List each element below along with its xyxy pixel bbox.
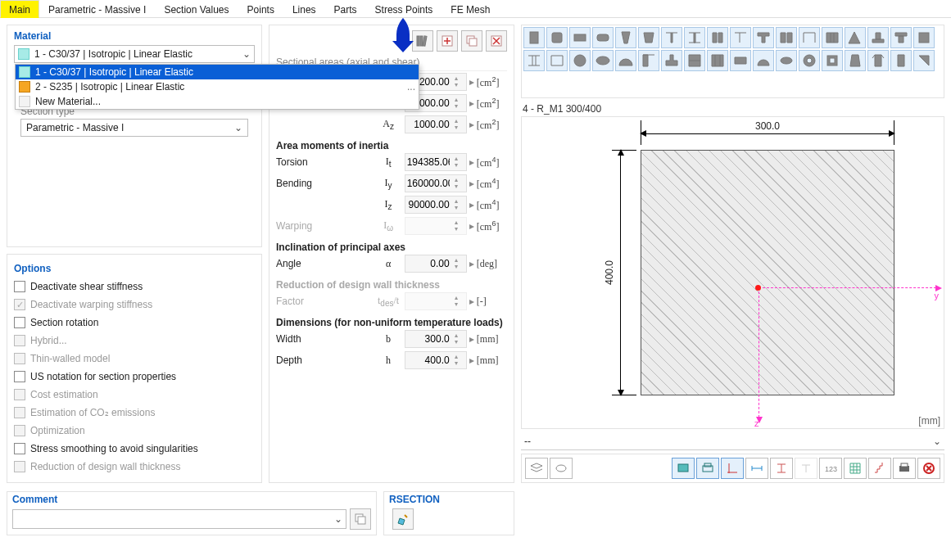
- shape-button-5[interactable]: [615, 27, 636, 48]
- tool-grid-icon[interactable]: [844, 458, 867, 479]
- svg-rect-8: [552, 33, 562, 43]
- shape-button-13[interactable]: [799, 27, 820, 48]
- svg-rect-17: [830, 58, 835, 63]
- shape-button-7[interactable]: [661, 27, 682, 48]
- tool-display-icon[interactable]: [672, 458, 695, 479]
- tool-print-icon[interactable]: [696, 458, 719, 479]
- viewport-unit: [mm]: [918, 415, 940, 427]
- axis-y-label: y: [935, 291, 940, 300]
- tab-parts[interactable]: Parts: [325, 0, 366, 18]
- shape-button-20[interactable]: [546, 50, 568, 71]
- shape-button-22[interactable]: [592, 50, 614, 71]
- library-icon[interactable]: [412, 30, 433, 52]
- shape-button-12[interactable]: [776, 27, 797, 48]
- material-option-2[interactable]: 2 - S235 | Isotropic | Linear Elastic ..…: [16, 79, 419, 94]
- shape-button-32[interactable]: [822, 50, 843, 71]
- shape-button-18[interactable]: [913, 27, 935, 48]
- incl-title: Inclination of principal axes: [276, 242, 507, 253]
- shape-button-35[interactable]: [890, 50, 912, 71]
- svg-rect-27: [358, 517, 365, 524]
- section-type-select[interactable]: Parametric - Massive I ⌄: [20, 119, 248, 137]
- copy-icon[interactable]: [461, 30, 482, 52]
- tab-stress-points[interactable]: Stress Points: [366, 0, 442, 18]
- tool-close-icon[interactable]: [917, 458, 940, 479]
- shape-button-15[interactable]: [845, 27, 866, 48]
- tab-main[interactable]: Main: [0, 0, 39, 18]
- tab-points[interactable]: Points: [238, 0, 283, 18]
- opt-cost: Cost estimation: [14, 386, 255, 404]
- shape-button-11[interactable]: [753, 27, 774, 48]
- opt-rotation[interactable]: Section rotation: [14, 314, 255, 332]
- tab-lines[interactable]: Lines: [283, 0, 325, 18]
- shape-button-14[interactable]: [822, 27, 843, 48]
- input-h[interactable]: [405, 355, 451, 366]
- shape-button-36[interactable]: [913, 50, 935, 71]
- svg-rect-19: [678, 464, 688, 472]
- shape-button-33[interactable]: [845, 50, 866, 71]
- tab-section-values[interactable]: Section Values: [155, 0, 238, 18]
- tool-dim-icon[interactable]: [745, 458, 768, 479]
- shape-button-2[interactable]: [546, 27, 568, 48]
- tab-parametric[interactable]: Parametric - Massive I: [39, 0, 155, 18]
- tool-print2-icon[interactable]: [893, 458, 916, 479]
- new-item-icon[interactable]: [437, 30, 458, 52]
- shape-button-34[interactable]: [867, 50, 889, 71]
- shape-button-25[interactable]: [661, 50, 682, 71]
- material-option-1[interactable]: 1 - C30/37 | Isotropic | Linear Elastic: [16, 65, 419, 79]
- tool-axes-icon[interactable]: [721, 458, 744, 479]
- shape-button-24[interactable]: [638, 50, 659, 71]
- shape-button-23[interactable]: [615, 50, 636, 71]
- rsection-edit-icon[interactable]: [392, 508, 414, 530]
- comment-copy-icon[interactable]: [350, 508, 371, 530]
- shape-button-29[interactable]: [753, 50, 774, 71]
- shape-button-6[interactable]: [638, 27, 659, 48]
- opt-hybrid: Hybrid...: [14, 332, 255, 350]
- tool-layers-icon[interactable]: [525, 458, 548, 479]
- input-Iz[interactable]: [405, 199, 451, 210]
- input-Az[interactable]: [405, 119, 451, 130]
- shape-button-19[interactable]: [523, 50, 545, 71]
- shape-button-21[interactable]: [569, 50, 591, 71]
- svg-rect-1: [420, 36, 423, 46]
- tool-values-icon[interactable]: [868, 458, 891, 479]
- shape-button-17[interactable]: [890, 27, 912, 48]
- shape-button-16[interactable]: [867, 27, 889, 48]
- shape-button-9[interactable]: [707, 27, 728, 48]
- shape-button-3[interactable]: [569, 27, 591, 48]
- opt-stress-smooth[interactable]: Stress smoothing to avoid singularities: [14, 440, 255, 458]
- shape-button-31[interactable]: [799, 50, 820, 71]
- svg-rect-5: [469, 38, 477, 46]
- material-option-new[interactable]: New Material...: [16, 94, 419, 109]
- comment-input[interactable]: ⌄: [12, 509, 346, 529]
- material-selected: 1 - C30/37 | Isotropic | Linear Elastic: [34, 48, 192, 60]
- input-Iy[interactable]: [405, 178, 451, 189]
- input-alpha[interactable]: [405, 258, 451, 269]
- tool-t-icon[interactable]: [795, 458, 817, 479]
- material-select[interactable]: 1 - C30/37 | Isotropic | Linear Elastic …: [14, 45, 255, 63]
- right-combo[interactable]: --⌄: [521, 432, 944, 450]
- origin-icon: [755, 285, 761, 291]
- shape-button-1[interactable]: [523, 27, 545, 48]
- tool-numbers-icon[interactable]: 123: [819, 458, 842, 479]
- tab-fe-mesh[interactable]: FE Mesh: [442, 0, 499, 18]
- delete-icon[interactable]: [486, 30, 507, 52]
- tool-ellipse-icon[interactable]: [550, 458, 573, 479]
- svg-rect-2: [423, 36, 427, 46]
- input-It[interactable]: [405, 156, 451, 168]
- shape-button-27[interactable]: [707, 50, 728, 71]
- opt-shear[interactable]: Deactivate shear stiffness: [14, 278, 255, 296]
- svg-point-15: [807, 58, 812, 63]
- chevron-down-icon: ⌄: [334, 513, 342, 525]
- shape-button-4[interactable]: [592, 27, 614, 48]
- chevron-down-icon: ⌄: [242, 48, 251, 60]
- tool-i-icon[interactable]: [770, 458, 793, 479]
- shape-button-8[interactable]: [684, 27, 705, 48]
- shape-button-26[interactable]: [684, 50, 705, 71]
- shape-button-10[interactable]: [730, 27, 751, 48]
- shape-button-28[interactable]: [730, 50, 751, 71]
- shape-button-30[interactable]: [776, 50, 797, 71]
- input-Iw: [405, 220, 451, 232]
- opt-us-notation[interactable]: US notation for section properties: [14, 368, 255, 386]
- svg-rect-7: [530, 32, 538, 43]
- input-b[interactable]: [405, 333, 451, 345]
